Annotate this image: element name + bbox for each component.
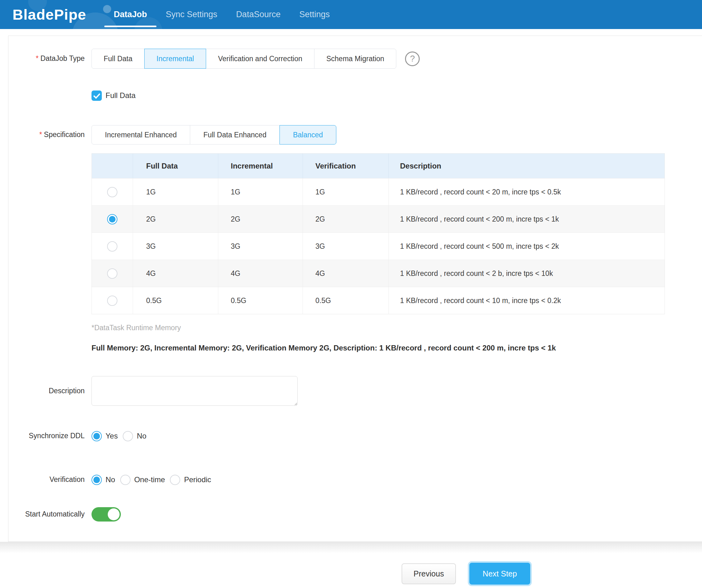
full-data-checkbox-label: Full Data — [106, 91, 135, 100]
spec-option-incremental-enhanced[interactable]: Incremental Enhanced — [92, 125, 190, 145]
spec-header-description: Description — [388, 154, 665, 178]
spec-option-full-data-enhanced[interactable]: Full Data Enhanced — [190, 125, 280, 145]
synchronize-ddl-label: Synchronize DDL — [8, 431, 85, 441]
cell-full-data: 4G — [133, 260, 218, 287]
sync-ddl-no-radio[interactable] — [123, 431, 133, 441]
cell-full-data: 0.5G — [133, 287, 218, 314]
cell-incremental: 0.5G — [218, 287, 303, 314]
cell-verification: 0.5G — [303, 287, 388, 314]
previous-button[interactable]: Previous — [401, 563, 456, 584]
verification-periodic-label: Periodic — [184, 475, 211, 484]
datajob-form-panel: *DataJob Type Full Data Incremental Veri… — [8, 35, 702, 542]
verification-one-time-label: One-time — [134, 475, 165, 484]
spec-option-balanced[interactable]: Balanced — [279, 125, 336, 145]
sync-ddl-yes-label: Yes — [106, 432, 118, 440]
panel-bottom-shadow — [0, 542, 702, 553]
nav-menu: DataJob Sync Settings DataSource Setting… — [104, 0, 339, 29]
cell-full-data: 1G — [133, 178, 218, 205]
spec-table-header: Full Data Incremental Verification Descr… — [92, 154, 665, 178]
spec-header-radio — [92, 154, 133, 178]
specification-row: *Specification Incremental Enhanced Full… — [8, 125, 702, 145]
nav-item-settings[interactable]: Settings — [290, 0, 339, 29]
toggle-knob — [108, 508, 120, 520]
cell-verification: 3G — [303, 233, 388, 260]
datajob-type-option-schema-migration[interactable]: Schema Migration — [314, 49, 396, 69]
spec-header-full-data: Full Data — [133, 154, 218, 178]
datajob-type-option-full-data[interactable]: Full Data — [92, 49, 145, 69]
datajob-type-option-verification-and-correction[interactable]: Verification and Correction — [206, 49, 315, 69]
app-window: BladePipe DataJob Sync Settings DataSour… — [0, 0, 702, 588]
cell-description: 1 KB/record , record count < 20 m, incre… — [388, 178, 665, 205]
synchronize-ddl-row: Synchronize DDL Yes No — [8, 429, 702, 443]
sync-ddl-yes-radio[interactable] — [92, 431, 102, 441]
spec-table-row-2g[interactable]: 2G 2G 2G 1 KB/record , record count < 20… — [92, 205, 665, 233]
description-row: Description — [8, 376, 702, 406]
cell-verification: 4G — [303, 260, 388, 287]
cell-incremental: 4G — [218, 260, 303, 287]
cell-incremental: 1G — [218, 178, 303, 205]
bladepipe-logo: BladePipe — [12, 6, 86, 23]
spec-header-verification: Verification — [303, 154, 388, 178]
verification-periodic-radio[interactable] — [170, 475, 180, 485]
cell-description: 1 KB/record , record count < 2 b, incre … — [388, 260, 665, 287]
cell-description: 1 KB/record , record count < 200 m, incr… — [388, 206, 665, 233]
runtime-memory-note: *DataTask Runtime Memory — [92, 324, 181, 332]
required-asterisk: * — [39, 130, 42, 139]
spec-row-radio-selected[interactable] — [107, 214, 117, 225]
nav-item-sync-settings[interactable]: Sync Settings — [156, 0, 227, 29]
spec-table-row-3g[interactable]: 3G 3G 3G 1 KB/record , record count < 50… — [92, 233, 665, 260]
help-icon[interactable]: ? — [405, 51, 420, 66]
spec-table: Full Data Incremental Verification Descr… — [92, 153, 665, 314]
cell-incremental: 3G — [218, 233, 303, 260]
cell-verification: 2G — [303, 206, 388, 233]
spec-row-radio[interactable] — [107, 187, 117, 197]
description-label: Description — [8, 387, 85, 396]
verification-no-radio[interactable] — [92, 475, 102, 485]
spec-table-row-1g[interactable]: 1G 1G 1G 1 KB/record , record count < 20… — [92, 178, 665, 205]
cell-description: 1 KB/record , record count < 10 m, incre… — [388, 287, 665, 314]
cell-full-data: 2G — [133, 206, 218, 233]
top-navbar: BladePipe DataJob Sync Settings DataSour… — [0, 0, 702, 29]
cell-full-data: 3G — [133, 233, 218, 260]
datajob-type-label: *DataJob Type — [8, 54, 85, 63]
sync-ddl-no-label: No — [137, 432, 146, 440]
datajob-type-row: *DataJob Type Full Data Incremental Veri… — [8, 49, 702, 69]
spec-header-incremental: Incremental — [218, 154, 303, 178]
next-step-button[interactable]: Next Step — [469, 563, 530, 585]
description-textarea[interactable] — [92, 376, 298, 406]
spec-row-radio[interactable] — [107, 296, 117, 306]
specification-segmented-control: Incremental Enhanced Full Data Enhanced … — [92, 125, 336, 145]
datajob-type-option-incremental[interactable]: Incremental — [144, 49, 206, 69]
start-automatically-toggle[interactable] — [92, 507, 121, 522]
selected-spec-summary: Full Memory: 2G, Incremental Memory: 2G,… — [92, 344, 556, 352]
nav-item-datajob[interactable]: DataJob — [104, 0, 156, 29]
spec-row-radio[interactable] — [107, 241, 117, 252]
specification-label: *Specification — [8, 130, 85, 140]
start-automatically-label: Start Automatically — [8, 510, 85, 519]
full-data-checkbox-row: Full Data — [8, 90, 702, 101]
cell-incremental: 2G — [218, 206, 303, 233]
cell-description: 1 KB/record , record count < 500 m, incr… — [388, 233, 665, 260]
verification-no-label: No — [106, 475, 115, 484]
verification-label: Verification — [8, 475, 85, 484]
cell-verification: 1G — [303, 178, 388, 205]
spec-table-row-4g[interactable]: 4G 4G 4G 1 KB/record , record count < 2 … — [92, 260, 665, 287]
spec-table-row-05g[interactable]: 0.5G 0.5G 0.5G 1 KB/record , record coun… — [92, 287, 665, 314]
datajob-type-segmented-control: Full Data Incremental Verification and C… — [92, 49, 396, 69]
full-data-checkbox[interactable] — [92, 91, 102, 101]
required-asterisk: * — [36, 54, 39, 62]
verification-one-time-radio[interactable] — [120, 475, 130, 485]
spec-row-radio[interactable] — [107, 268, 117, 279]
nav-item-datasource[interactable]: DataSource — [227, 0, 290, 29]
start-automatically-row: Start Automatically — [8, 507, 702, 522]
verification-row: Verification No One-time Periodic — [8, 473, 702, 486]
